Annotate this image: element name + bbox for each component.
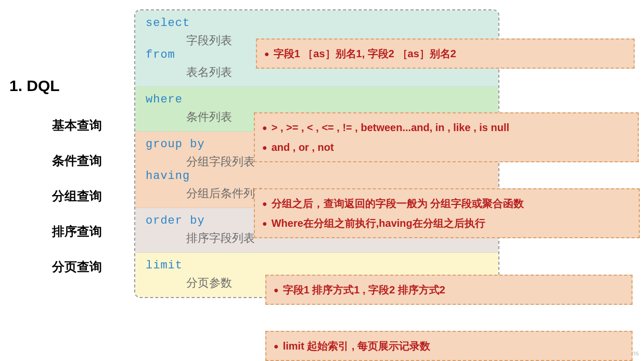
callout-where: > , >= , < , <= , != , between...and, in…: [254, 112, 639, 162]
callout-groupby: 分组之后，查询返回的字段一般为 分组字段或聚合函数 Where在分组之前执行,h…: [254, 188, 640, 238]
keyword-having: having: [146, 170, 490, 183]
callout-select: 字段1 ［as］别名1, 字段2 ［as］别名2: [256, 38, 635, 69]
section-heading: 1. DQL: [9, 77, 60, 95]
subtopic-item: 分页查询: [52, 259, 102, 275]
subtopic-list: 基本查询 条件查询 分组查询 排序查询 分页查询: [52, 117, 102, 275]
callout-line: Where在分组之前执行,having在分组之后执行: [262, 213, 632, 233]
callout-line: 字段1 排序方式1 , 字段2 排序方式2: [274, 280, 624, 300]
callout-line: > , >= , < , <= , != , between...and, in…: [262, 118, 630, 137]
callout-line: 字段1 ［as］别名1, 字段2 ［as］别名2: [264, 44, 626, 63]
subtopic-item: 排序查询: [52, 223, 102, 240]
subtopic-item: 分组查询: [52, 188, 102, 204]
keyword-where: where: [146, 93, 490, 106]
callout-line: and , or , not: [262, 137, 630, 157]
keyword-limit: limit: [146, 259, 490, 272]
callout-orderby: 字段1 排序方式1 , 字段2 排序方式2: [265, 275, 633, 305]
callout-limit: limit 起始索引 , 每页展示记录数: [265, 331, 633, 361]
keyword-select: select: [146, 17, 490, 30]
callout-line: limit 起始索引 , 每页展示记录数: [274, 336, 624, 356]
subtopic-item: 基本查询: [52, 117, 102, 134]
callout-line: 分组之后，查询返回的字段一般为 分组字段或聚合函数: [262, 194, 632, 213]
subtopic-item: 条件查询: [52, 152, 102, 169]
